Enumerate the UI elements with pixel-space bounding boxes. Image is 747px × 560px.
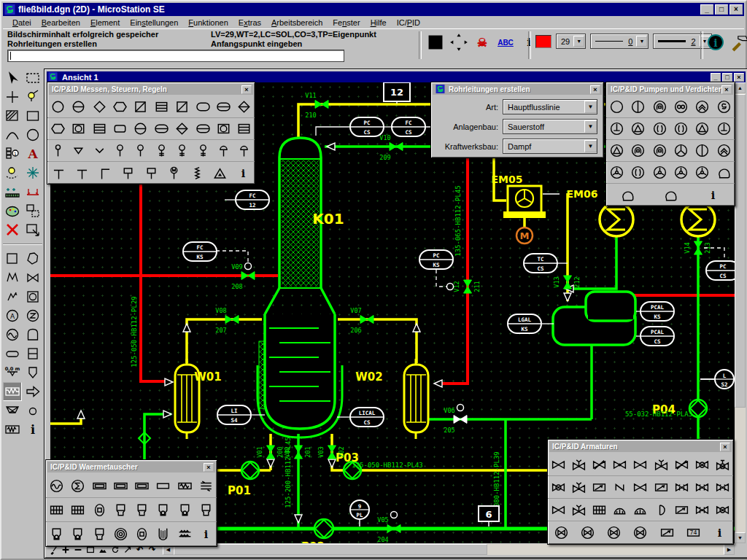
diam-h-icon[interactable]: [171, 118, 192, 139]
chk-icon[interactable]: [89, 140, 109, 161]
pid-tank-icon[interactable]: [23, 325, 42, 344]
pm-snail-icon[interactable]: [713, 162, 735, 183]
menu-icpid[interactable]: IC/PID: [392, 18, 425, 28]
construct-line-icon[interactable]: [23, 88, 42, 106]
place-arc-icon[interactable]: [3, 125, 22, 144]
hx-grid-icon[interactable]: [67, 498, 88, 521]
pm-fan-icon[interactable]: [649, 162, 670, 183]
place-text-icon[interactable]: ABC: [496, 34, 515, 51]
dimension-icon[interactable]: [23, 182, 42, 201]
hx-hopo-icon[interactable]: [174, 498, 196, 521]
pm-oo-icon[interactable]: [670, 96, 692, 117]
close-icon[interactable]: ×: [721, 85, 732, 94]
pm-ch-icon[interactable]: [692, 96, 713, 117]
v-74-icon[interactable]: [680, 521, 706, 544]
view-minimize-button[interactable]: _: [711, 73, 721, 82]
mush-icon[interactable]: [234, 140, 255, 161]
datapoint-tool-icon[interactable]: [729, 34, 747, 51]
corner-icon[interactable]: [93, 162, 117, 184]
delete-element-icon[interactable]: ☠: [473, 34, 492, 51]
hexg-icon[interactable]: [47, 118, 68, 139]
v-ball-icon[interactable]: [713, 499, 733, 521]
v-barr-icon[interactable]: [651, 476, 671, 498]
zoom-window-icon[interactable]: [23, 220, 42, 239]
pid-pill-icon[interactable]: [3, 344, 22, 363]
pm-tb-icon[interactable]: [713, 118, 735, 139]
tri-dn-icon[interactable]: [68, 140, 88, 161]
pm-fan-icon[interactable]: [692, 162, 713, 183]
art-dropdown[interactable]: Hauptflusslinie ▼: [503, 99, 597, 114]
oval-h-icon[interactable]: [193, 118, 213, 139]
sq-hh-icon[interactable]: [234, 118, 255, 139]
v-n-icon[interactable]: [610, 476, 630, 498]
hx-grid-icon[interactable]: [46, 498, 67, 521]
close-icon[interactable]: ×: [241, 85, 252, 94]
v-bowt-icon[interactable]: [568, 454, 589, 475]
pm-s-icon[interactable]: [713, 96, 735, 117]
pm-dome-icon[interactable]: [649, 140, 670, 161]
v-door-icon[interactable]: [651, 499, 671, 521]
hx-hop-icon[interactable]: [196, 498, 217, 521]
pm-tri-icon[interactable]: [627, 118, 649, 139]
pid-zigzag-icon[interactable]: [3, 287, 22, 306]
pm-ch-icon[interactable]: [713, 140, 735, 161]
pid-circle-a-icon[interactable]: [3, 306, 22, 325]
v-bow-icon[interactable]: [630, 476, 651, 498]
sq-x-icon[interactable]: [131, 96, 151, 117]
v-barr-icon[interactable]: [671, 499, 692, 521]
pm-dome-icon[interactable]: [649, 96, 670, 117]
lolli-b-icon[interactable]: [151, 140, 171, 161]
info-icon[interactable]: [692, 184, 735, 206]
v-bowd-icon[interactable]: [610, 454, 630, 475]
pid-circle-wave-icon[interactable]: [3, 325, 22, 344]
pid-h-box-icon[interactable]: [23, 344, 42, 363]
palette-title-bar[interactable]: IC/P&ID Messen, Steuern, Regeln ×: [49, 84, 253, 95]
pid-shield-icon[interactable]: [23, 363, 42, 382]
tee-icon[interactable]: [71, 162, 94, 184]
pm-tri-icon[interactable]: [692, 118, 713, 139]
color-dropdown[interactable]: 29 ▼: [556, 34, 586, 49]
circ-h-icon[interactable]: [131, 118, 151, 139]
pid-polygon-icon[interactable]: [23, 249, 42, 268]
fit-view-icon[interactable]: [426, 34, 445, 51]
analyze-element-icon[interactable]: [706, 34, 725, 51]
hx-sig-icon[interactable]: [67, 474, 88, 497]
dialog-title-bar[interactable]: Rohrleitungen erstellen ×: [433, 84, 602, 95]
pattern-area-icon[interactable]: [3, 106, 22, 125]
diam-icon[interactable]: [89, 96, 109, 117]
v-bowt-icon[interactable]: [568, 499, 589, 521]
stem-circ-icon[interactable]: [47, 140, 68, 161]
hx-bask-icon[interactable]: [152, 522, 174, 546]
tee-box-icon[interactable]: [117, 162, 140, 184]
pm-fan-icon[interactable]: [670, 162, 692, 183]
menu-element[interactable]: Element: [85, 18, 125, 28]
v-ball-icon[interactable]: [692, 454, 713, 475]
info-icon[interactable]: [232, 162, 255, 184]
hx-grid-icon[interactable]: [589, 499, 609, 521]
vscroll-thumb[interactable]: [735, 94, 746, 408]
close-icon[interactable]: ×: [204, 463, 214, 472]
pm-tri-icon[interactable]: [606, 140, 627, 161]
anlagenbau-dropdown[interactable]: Sauerstoff ▼: [503, 119, 597, 134]
circ-h-icon[interactable]: [68, 96, 88, 117]
spring-icon[interactable]: [185, 162, 209, 184]
menu-einstellungen[interactable]: Einstellungen: [125, 18, 183, 28]
v-bowb-icon[interactable]: [671, 476, 692, 498]
hx-hop-icon[interactable]: [110, 498, 131, 521]
v-domeg-icon[interactable]: [630, 499, 651, 521]
v-p1-icon[interactable]: [574, 521, 600, 544]
view-title-bar[interactable]: Ansicht 1 _ □ ×: [47, 71, 746, 82]
pm-snail-icon[interactable]: [606, 184, 649, 206]
hx-tube-icon[interactable]: [131, 474, 152, 497]
pm-tb-icon[interactable]: [606, 118, 627, 139]
v-bowb-icon[interactable]: [692, 476, 713, 498]
active-color-swatch[interactable]: [535, 35, 551, 48]
cells-icon[interactable]: [3, 144, 22, 163]
lolli-b-icon[interactable]: [193, 140, 213, 161]
v-bowt-icon[interactable]: [568, 476, 589, 498]
hx-hopo-icon[interactable]: [152, 498, 174, 521]
pid-m-line-icon[interactable]: [3, 268, 22, 287]
oval-icon[interactable]: [193, 96, 213, 117]
menu-funktionen[interactable]: Funktionen: [183, 18, 233, 28]
v-bow-icon[interactable]: [630, 454, 651, 475]
